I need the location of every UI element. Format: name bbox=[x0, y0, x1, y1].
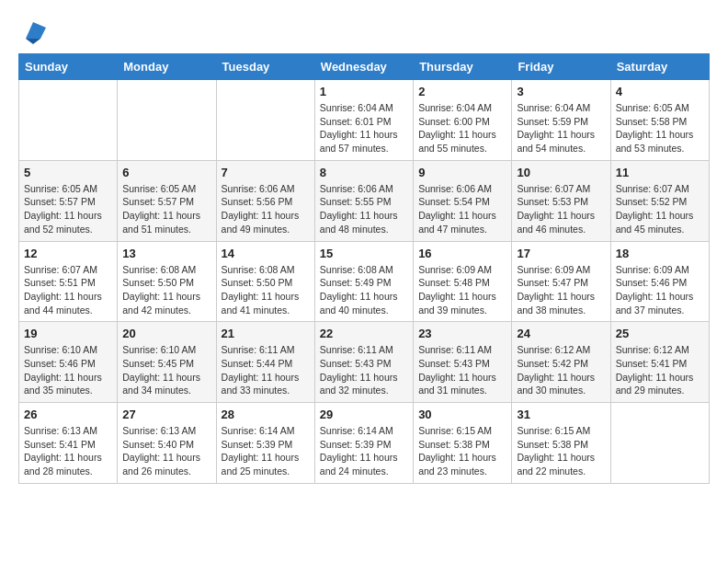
calendar-day-cell: 29Sunrise: 6:14 AM Sunset: 5:39 PM Dayli… bbox=[314, 403, 413, 484]
calendar-day-cell: 1Sunrise: 6:04 AM Sunset: 6:01 PM Daylig… bbox=[314, 80, 413, 161]
day-number: 2 bbox=[418, 85, 506, 98]
calendar-empty-cell bbox=[118, 80, 216, 161]
day-number: 18 bbox=[616, 247, 704, 260]
calendar-day-cell: 24Sunrise: 6:12 AM Sunset: 5:42 PM Dayli… bbox=[512, 322, 610, 403]
calendar-table: SundayMondayTuesdayWednesdayThursdayFrid… bbox=[18, 53, 710, 484]
calendar-day-cell: 13Sunrise: 6:08 AM Sunset: 5:50 PM Dayli… bbox=[118, 241, 216, 322]
svg-marker-0 bbox=[26, 22, 46, 39]
svg-marker-1 bbox=[26, 39, 40, 44]
calendar-day-cell: 7Sunrise: 6:06 AM Sunset: 5:56 PM Daylig… bbox=[216, 160, 314, 241]
day-number: 6 bbox=[122, 166, 210, 179]
day-info: Sunrise: 6:05 AM Sunset: 5:57 PM Dayligh… bbox=[24, 182, 112, 236]
calendar-day-cell: 9Sunrise: 6:06 AM Sunset: 5:54 PM Daylig… bbox=[414, 160, 512, 241]
calendar-day-cell: 27Sunrise: 6:13 AM Sunset: 5:40 PM Dayli… bbox=[118, 403, 216, 484]
calendar-week-row: 19Sunrise: 6:10 AM Sunset: 5:46 PM Dayli… bbox=[19, 322, 710, 403]
day-number: 1 bbox=[320, 85, 408, 98]
column-header-thursday: Thursday bbox=[414, 54, 512, 80]
day-info: Sunrise: 6:08 AM Sunset: 5:50 PM Dayligh… bbox=[222, 263, 310, 317]
day-info: Sunrise: 6:09 AM Sunset: 5:46 PM Dayligh… bbox=[616, 263, 704, 317]
calendar-week-row: 5Sunrise: 6:05 AM Sunset: 5:57 PM Daylig… bbox=[19, 160, 710, 241]
day-info: Sunrise: 6:13 AM Sunset: 5:40 PM Dayligh… bbox=[122, 424, 210, 478]
day-info: Sunrise: 6:04 AM Sunset: 6:01 PM Dayligh… bbox=[320, 101, 408, 155]
column-header-saturday: Saturday bbox=[610, 54, 709, 80]
day-info: Sunrise: 6:07 AM Sunset: 5:51 PM Dayligh… bbox=[24, 263, 112, 317]
page-header bbox=[18, 18, 710, 44]
column-header-tuesday: Tuesday bbox=[216, 54, 314, 80]
calendar-empty-cell bbox=[610, 403, 709, 484]
day-info: Sunrise: 6:11 AM Sunset: 5:43 PM Dayligh… bbox=[320, 343, 408, 397]
day-info: Sunrise: 6:08 AM Sunset: 5:49 PM Dayligh… bbox=[320, 263, 408, 317]
day-number: 21 bbox=[222, 327, 310, 340]
day-info: Sunrise: 6:08 AM Sunset: 5:50 PM Dayligh… bbox=[122, 263, 210, 317]
day-info: Sunrise: 6:12 AM Sunset: 5:42 PM Dayligh… bbox=[517, 343, 605, 397]
calendar-day-cell: 21Sunrise: 6:11 AM Sunset: 5:44 PM Dayli… bbox=[216, 322, 314, 403]
calendar-day-cell: 30Sunrise: 6:15 AM Sunset: 5:38 PM Dayli… bbox=[414, 403, 512, 484]
calendar-day-cell: 25Sunrise: 6:12 AM Sunset: 5:41 PM Dayli… bbox=[610, 322, 709, 403]
day-number: 4 bbox=[616, 85, 704, 98]
calendar-day-cell: 18Sunrise: 6:09 AM Sunset: 5:46 PM Dayli… bbox=[610, 241, 709, 322]
day-info: Sunrise: 6:13 AM Sunset: 5:41 PM Dayligh… bbox=[24, 424, 112, 478]
calendar-day-cell: 11Sunrise: 6:07 AM Sunset: 5:52 PM Dayli… bbox=[610, 160, 709, 241]
calendar-day-cell: 26Sunrise: 6:13 AM Sunset: 5:41 PM Dayli… bbox=[19, 403, 118, 484]
calendar-day-cell: 19Sunrise: 6:10 AM Sunset: 5:46 PM Dayli… bbox=[19, 322, 118, 403]
day-number: 23 bbox=[418, 327, 506, 340]
calendar-day-cell: 10Sunrise: 6:07 AM Sunset: 5:53 PM Dayli… bbox=[512, 160, 610, 241]
calendar-day-cell: 15Sunrise: 6:08 AM Sunset: 5:49 PM Dayli… bbox=[314, 241, 413, 322]
day-info: Sunrise: 6:04 AM Sunset: 6:00 PM Dayligh… bbox=[418, 101, 506, 155]
day-number: 29 bbox=[320, 408, 408, 421]
calendar-week-row: 12Sunrise: 6:07 AM Sunset: 5:51 PM Dayli… bbox=[19, 241, 710, 322]
calendar-day-cell: 31Sunrise: 6:15 AM Sunset: 5:38 PM Dayli… bbox=[512, 403, 610, 484]
column-header-sunday: Sunday bbox=[19, 54, 118, 80]
calendar-header-row: SundayMondayTuesdayWednesdayThursdayFrid… bbox=[19, 54, 710, 80]
day-number: 9 bbox=[418, 166, 506, 179]
calendar-day-cell: 20Sunrise: 6:10 AM Sunset: 5:45 PM Dayli… bbox=[118, 322, 216, 403]
day-number: 19 bbox=[24, 327, 112, 340]
day-info: Sunrise: 6:15 AM Sunset: 5:38 PM Dayligh… bbox=[517, 424, 605, 478]
day-info: Sunrise: 6:10 AM Sunset: 5:45 PM Dayligh… bbox=[122, 343, 210, 397]
day-number: 25 bbox=[616, 327, 704, 340]
day-info: Sunrise: 6:15 AM Sunset: 5:38 PM Dayligh… bbox=[418, 424, 506, 478]
day-info: Sunrise: 6:11 AM Sunset: 5:44 PM Dayligh… bbox=[222, 343, 310, 397]
day-info: Sunrise: 6:07 AM Sunset: 5:52 PM Dayligh… bbox=[616, 182, 704, 236]
day-number: 24 bbox=[517, 327, 605, 340]
day-info: Sunrise: 6:06 AM Sunset: 5:55 PM Dayligh… bbox=[320, 182, 408, 236]
day-info: Sunrise: 6:10 AM Sunset: 5:46 PM Dayligh… bbox=[24, 343, 112, 397]
calendar-day-cell: 14Sunrise: 6:08 AM Sunset: 5:50 PM Dayli… bbox=[216, 241, 314, 322]
calendar-day-cell: 17Sunrise: 6:09 AM Sunset: 5:47 PM Dayli… bbox=[512, 241, 610, 322]
column-header-friday: Friday bbox=[512, 54, 610, 80]
day-number: 7 bbox=[222, 166, 310, 179]
calendar-day-cell: 12Sunrise: 6:07 AM Sunset: 5:51 PM Dayli… bbox=[19, 241, 118, 322]
day-number: 26 bbox=[24, 408, 112, 421]
day-number: 13 bbox=[122, 247, 210, 260]
column-header-monday: Monday bbox=[118, 54, 216, 80]
day-info: Sunrise: 6:14 AM Sunset: 5:39 PM Dayligh… bbox=[222, 424, 310, 478]
day-number: 3 bbox=[517, 85, 605, 98]
calendar-day-cell: 22Sunrise: 6:11 AM Sunset: 5:43 PM Dayli… bbox=[314, 322, 413, 403]
calendar-day-cell: 16Sunrise: 6:09 AM Sunset: 5:48 PM Dayli… bbox=[414, 241, 512, 322]
day-info: Sunrise: 6:05 AM Sunset: 5:57 PM Dayligh… bbox=[122, 182, 210, 236]
calendar-week-row: 1Sunrise: 6:04 AM Sunset: 6:01 PM Daylig… bbox=[19, 80, 710, 161]
logo-icon bbox=[20, 18, 46, 44]
day-number: 12 bbox=[24, 247, 112, 260]
day-number: 10 bbox=[517, 166, 605, 179]
logo bbox=[18, 18, 46, 44]
day-number: 30 bbox=[418, 408, 506, 421]
day-info: Sunrise: 6:12 AM Sunset: 5:41 PM Dayligh… bbox=[616, 343, 704, 397]
day-number: 15 bbox=[320, 247, 408, 260]
day-number: 8 bbox=[320, 166, 408, 179]
day-number: 14 bbox=[222, 247, 310, 260]
day-number: 11 bbox=[616, 166, 704, 179]
day-number: 20 bbox=[122, 327, 210, 340]
calendar-day-cell: 23Sunrise: 6:11 AM Sunset: 5:43 PM Dayli… bbox=[414, 322, 512, 403]
day-info: Sunrise: 6:09 AM Sunset: 5:48 PM Dayligh… bbox=[418, 263, 506, 317]
calendar-day-cell: 28Sunrise: 6:14 AM Sunset: 5:39 PM Dayli… bbox=[216, 403, 314, 484]
day-info: Sunrise: 6:11 AM Sunset: 5:43 PM Dayligh… bbox=[418, 343, 506, 397]
day-number: 17 bbox=[517, 247, 605, 260]
day-number: 22 bbox=[320, 327, 408, 340]
day-info: Sunrise: 6:06 AM Sunset: 5:56 PM Dayligh… bbox=[222, 182, 310, 236]
calendar-empty-cell bbox=[216, 80, 314, 161]
day-info: Sunrise: 6:06 AM Sunset: 5:54 PM Dayligh… bbox=[418, 182, 506, 236]
calendar-day-cell: 5Sunrise: 6:05 AM Sunset: 5:57 PM Daylig… bbox=[19, 160, 118, 241]
calendar-week-row: 26Sunrise: 6:13 AM Sunset: 5:41 PM Dayli… bbox=[19, 403, 710, 484]
day-info: Sunrise: 6:04 AM Sunset: 5:59 PM Dayligh… bbox=[517, 101, 605, 155]
